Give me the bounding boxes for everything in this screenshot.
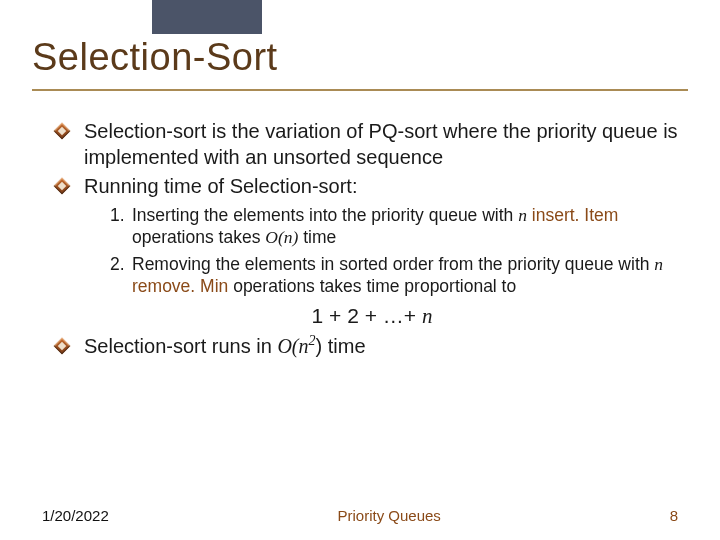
math-n: n	[422, 304, 433, 328]
diamond-bullet-icon	[56, 340, 78, 352]
text-fragment: ) time	[316, 335, 366, 357]
title-block: Selection-Sort	[32, 22, 688, 91]
operation-name: insert. Item	[532, 205, 619, 225]
formula: 1 + 2 + …+ n	[56, 303, 688, 330]
slide: Selection-Sort Selection-sort is the var…	[0, 0, 720, 540]
sublist-item: Inserting the elements into the priority…	[110, 204, 688, 249]
formula-text: 1 + 2 + …+	[312, 304, 422, 327]
numbered-sublist: Inserting the elements into the priority…	[56, 204, 688, 298]
exponent: 2	[309, 334, 316, 349]
big-o-base: O(n	[277, 335, 308, 357]
footer-title-text: Priority Queues	[338, 507, 441, 524]
text-fragment: Removing the elements in sorted order fr…	[132, 254, 654, 274]
text-fragment: Inserting the elements into the priority…	[132, 205, 518, 225]
slide-title: Selection-Sort	[32, 22, 688, 79]
text-fragment: Selection-sort runs in	[84, 335, 277, 357]
bullet-text: Running time of Selection-sort:	[84, 174, 688, 200]
sublist-item: Removing the elements in sorted order fr…	[110, 253, 688, 298]
footer: 1/20/2022 Priority Queues 8	[0, 507, 720, 524]
text-fragment: time	[298, 227, 336, 247]
footer-date: 1/20/2022	[42, 507, 109, 524]
bullet-item: Running time of Selection-sort:	[56, 174, 688, 200]
title-underline	[32, 89, 688, 91]
operation-name: remove. Min	[132, 276, 228, 296]
bullet-item: Selection-sort is the variation of PQ-so…	[56, 119, 688, 170]
math-n: n	[654, 254, 663, 274]
slide-body: Selection-sort is the variation of PQ-so…	[32, 119, 688, 360]
text-fragment: operations takes time proportional to	[228, 276, 516, 296]
text-fragment: operations takes	[132, 227, 265, 247]
footer-page-number: 8	[670, 507, 678, 524]
big-o: O(n)	[265, 227, 298, 247]
diamond-bullet-icon	[56, 180, 78, 192]
big-o: O(n2	[277, 335, 315, 357]
footer-title: Priority Queues	[338, 507, 441, 524]
bullet-text: Selection-sort is the variation of PQ-so…	[84, 119, 688, 170]
diamond-bullet-icon	[56, 125, 78, 137]
math-n: n	[518, 205, 527, 225]
bullet-item: Selection-sort runs in O(n2) time	[56, 334, 688, 360]
bullet-text: Selection-sort runs in O(n2) time	[84, 334, 688, 360]
